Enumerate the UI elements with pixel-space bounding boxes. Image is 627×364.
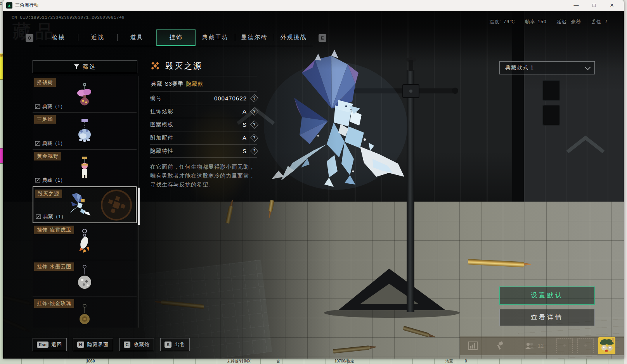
stat-label: 温度: (489, 19, 501, 24)
desktop-corner-glyph: z (0, 1, 2, 5)
desktop-bottom-strip: 1060 未掉落*排到X 合 10706/核定 淘宝 0 (0, 359, 627, 364)
help-icon[interactable]: ? (250, 107, 258, 116)
close-button[interactable]: ✕ (608, 2, 616, 9)
item-name: 挂饰-蚀金玫瑰 (34, 299, 74, 308)
hotkey-bar: Esc返回 H隐藏界面 C收藏馆 S出售 (33, 338, 190, 351)
view-details-button[interactable]: 查看详情 (499, 309, 595, 326)
spreadsheet-cell: 合 (276, 359, 280, 364)
hotkey-label: 返回 (52, 341, 62, 348)
series-row: 典藏-S3赛季-隐藏款 (150, 76, 257, 92)
item-name: 黄金视野 (34, 152, 61, 160)
performance-stats: 温度:79℃ 帧率150 延迟-毫秒 丢包-/- (489, 19, 609, 25)
crate-latch (542, 105, 560, 126)
detail-row-serial: 编号 000470622 ? (150, 92, 257, 105)
tab-appearance-challenge[interactable]: 外观挑战 (274, 29, 313, 46)
bar-chart-icon (468, 342, 478, 350)
sell-button[interactable]: S出售 (160, 338, 189, 351)
prev-tab-key[interactable]: Q (26, 34, 33, 42)
window-titlebar: ▲ 三角洲行动 — □ ✕ (3, 0, 624, 11)
item-name: 挂饰-水墨云图 (34, 262, 74, 271)
screen: 禁 z 1060 未掉落*排到X 合 10706/核定 淘宝 0 ▲ 三角洲行动… (0, 0, 627, 364)
style-dropdown-value: 典藏款式 1 (505, 64, 534, 71)
stat-value: -毫秒 (569, 19, 581, 24)
detail-row-pattern: 图案模板 S ? (150, 118, 257, 131)
spreadsheet-cell: 淘宝 (445, 359, 453, 364)
desktop-right-strip (624, 0, 627, 364)
collection-emblem-icon (100, 189, 133, 221)
stat-value: 79℃ (504, 19, 515, 24)
help-icon[interactable]: ? (250, 147, 258, 155)
tab-collection-workshop[interactable]: 典藏工坊 (196, 29, 235, 46)
collection-hall-button[interactable]: C收藏馆 (120, 338, 154, 351)
minimize-button[interactable]: — (572, 2, 580, 9)
row-value: A (242, 135, 247, 141)
squad-count: 12 (538, 343, 544, 349)
row-value: S (242, 148, 247, 154)
series-highlight: 隐藏款 (186, 81, 203, 87)
hotkey-label: 出售 (175, 341, 185, 348)
row-label: 隐藏特性 (150, 148, 173, 155)
auction-button[interactable] (486, 336, 514, 355)
collection-icon (35, 141, 40, 146)
player-avatar[interactable] (598, 337, 615, 354)
list-item-toad[interactable]: 三足蟾 典藏（1） (33, 113, 137, 150)
item-name: 挂饰-凌霄戍卫 (34, 226, 74, 234)
ink-ball-thumbnail (74, 264, 95, 292)
help-icon[interactable]: ? (250, 121, 258, 129)
stat-value: 150 (538, 19, 547, 24)
desktop-cell-yellow: 禁 (0, 53, 3, 79)
dragon-thumbnail (65, 191, 94, 219)
list-item-gilded-rose-charm[interactable]: 挂饰-蚀金玫瑰 (33, 297, 137, 328)
toad-thumbnail (74, 118, 95, 144)
item-name: 毁灭之源 (35, 190, 62, 198)
maximize-button[interactable]: □ (590, 2, 598, 9)
row-label: 图案模板 (150, 121, 173, 128)
charm-title: 毁灭之源 (165, 60, 203, 71)
collection-grade-icon (150, 61, 160, 71)
spreadsheet-cell: 未掉落*排到X (227, 359, 251, 364)
help-icon[interactable]: ? (250, 134, 258, 142)
tab-charms[interactable]: 挂饰 (156, 29, 196, 46)
list-item-golden-vision[interactable]: 黄金视野 典藏（1） (33, 150, 137, 186)
stat-label: 丢包 (591, 19, 601, 24)
item-name: 摇钱树 (34, 78, 56, 87)
tab-mandel-brick[interactable]: 曼德尔砖 (235, 29, 274, 46)
social-toolbar: 12 + + (460, 336, 624, 355)
tab-guns[interactable]: 枪械 (39, 29, 78, 46)
list-item-ink-cloud-charm[interactable]: 挂饰-水墨云图 (33, 260, 137, 297)
list-item-source-of-destruction[interactable]: 毁灭之源 (33, 186, 137, 223)
desktop-cell (0, 79, 3, 148)
desktop-cell-pink (0, 148, 3, 163)
detail-row-hidden-trait: 隐藏特性 S ? (150, 145, 257, 158)
game-viewport: 藏品 CN UID:189511723342369203071_20260308… (3, 11, 624, 359)
squad-button[interactable]: 12 (514, 336, 554, 355)
row-value: S (242, 121, 247, 128)
row-label: 编号 (150, 95, 162, 102)
key-cap: C (124, 342, 131, 348)
style-dropdown[interactable]: 典藏款式 1 (499, 61, 595, 74)
charm-list: 摇钱树 典藏（1） 三足蟾 (33, 76, 137, 328)
filter-button[interactable]: 筛选 (33, 60, 137, 73)
people-icon (525, 342, 535, 350)
list-item-rocket-charm[interactable]: 挂饰-凌霄戍卫 (33, 223, 137, 260)
hotkey-label: 隐藏界面 (87, 341, 109, 348)
stat-label: 延迟 (557, 19, 567, 24)
help-icon[interactable]: ? (250, 94, 258, 102)
list-item-money-tree[interactable]: 摇钱树 典藏（1） (33, 76, 137, 113)
set-default-button[interactable]: 设置默认 (499, 286, 595, 305)
series-prefix: 典藏-S3赛季- (151, 81, 186, 87)
window-title: 三角洲行动 (15, 2, 38, 9)
next-tab-key[interactable]: E (319, 34, 326, 42)
desktop-cell (0, 163, 3, 364)
add-member-slot[interactable]: + (577, 338, 594, 353)
tab-props[interactable]: 道具 (117, 29, 156, 46)
sidebar-scrollbar[interactable] (139, 76, 139, 328)
desktop-left-strip: 禁 (0, 0, 3, 364)
back-button[interactable]: Esc返回 (33, 338, 67, 351)
charm-description: 在它面前，任何生物都显得渺小而无助，唯有勇敢者才能在这股寒冷的力量面前，寻找生存… (150, 158, 257, 189)
hide-ui-button[interactable]: H隐藏界面 (73, 338, 113, 351)
stats-chart-button[interactable] (460, 336, 486, 355)
spreadsheet-cell: 1060 (86, 359, 95, 364)
add-member-slot[interactable]: + (556, 338, 573, 353)
tab-melee[interactable]: 近战 (78, 29, 117, 46)
